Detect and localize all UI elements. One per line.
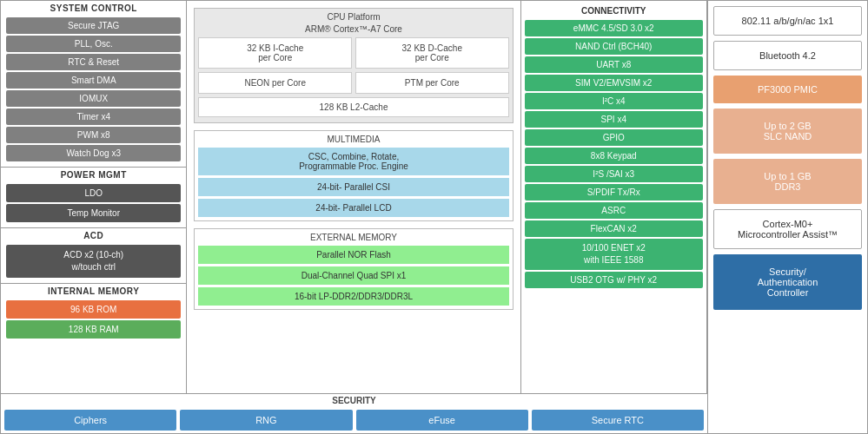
i2s-btn[interactable]: I²S /SAI x3	[525, 166, 703, 182]
nand-ctrl-btn[interactable]: NAND Ctrl (BCH40)	[525, 38, 703, 55]
secure-jtag-btn[interactable]: Secure JTAG	[6, 17, 181, 34]
connectivity-title: CONNECTIVITY	[525, 4, 703, 17]
cpu-platform-title: CPU Platform	[198, 12, 508, 22]
external-memory-section: EXTERNAL MEMORY Parallel NOR Flash Dual-…	[194, 228, 513, 310]
pll-osc-btn[interactable]: PLL, Osc.	[6, 36, 181, 52]
lpddr-btn[interactable]: 16-bit LP-DDR2/DDR3/DDR3L	[198, 287, 508, 306]
left-panel: SYSTEM CONTROL Secure JTAG PLL, Osc. RTC…	[1, 1, 187, 393]
security-buttons-row: Ciphers RNG eFuse Secure RTC	[1, 407, 707, 433]
rom-btn[interactable]: 96 KB ROM	[6, 300, 181, 319]
rtc-reset-btn[interactable]: RTC & Reset	[6, 54, 181, 70]
acd-title: ACD	[1, 228, 186, 243]
multimedia-proc-btn[interactable]: CSC, Combine, Rotate,Programmable Proc. …	[198, 148, 508, 175]
parallel-lcd-btn[interactable]: 24-bit- Parallel LCD	[198, 199, 508, 217]
slc-nand-btn[interactable]: Up to 2 GBSLC NAND	[713, 108, 862, 154]
temp-monitor-btn[interactable]: Temp Monitor	[6, 204, 181, 222]
security-title: SECURITY	[1, 394, 707, 407]
wifi-btn[interactable]: 802.11 a/b/g/n/ac 1x1	[713, 6, 862, 36]
l2cache-cell: 128 KB L2-Cache	[198, 97, 508, 117]
multimedia-section: MULTIMEDIA CSC, Combine, Rotate,Programm…	[194, 130, 513, 221]
gpio-btn[interactable]: GPIO	[525, 129, 703, 146]
system-control-section: SYSTEM CONTROL Secure JTAG PLL, Osc. RTC…	[1, 1, 186, 168]
usb-btn[interactable]: USB2 OTG w/ PHY x2	[525, 272, 703, 288]
watchdog-btn[interactable]: Watch Dog x3	[6, 145, 181, 161]
ram-btn[interactable]: 128 KB RAM	[6, 320, 181, 339]
external-memory-title: EXTERNAL MEMORY	[198, 233, 508, 242]
iomux-btn[interactable]: IOMUX	[6, 90, 181, 107]
system-control-title: SYSTEM CONTROL	[1, 1, 186, 16]
security-bar: SECURITY Ciphers RNG eFuse Secure RTC	[1, 393, 707, 433]
quad-spi-btn[interactable]: Dual-Channel Quad SPI x1	[198, 266, 508, 285]
internal-memory-title: INTERNAL MEMORY	[1, 284, 186, 299]
nor-flash-btn[interactable]: Parallel NOR Flash	[198, 246, 508, 264]
keypad-btn[interactable]: 8x8 Keypad	[525, 148, 703, 164]
connectivity-panel: CONNECTIVITY eMMC 4.5/SD 3.0 x2 NAND Ctr…	[521, 1, 707, 393]
acd-section: ACD ACD x2 (10-ch)w/touch ctrl	[1, 228, 186, 284]
ciphers-btn[interactable]: Ciphers	[4, 410, 176, 431]
bluetooth-btn[interactable]: Bluetooth 4.2	[713, 41, 862, 70]
efuse-btn[interactable]: eFuse	[356, 410, 528, 431]
power-mgmt-title: POWER MGMT	[1, 168, 186, 182]
timer-btn[interactable]: Timer x4	[6, 108, 181, 125]
acd-btn[interactable]: ACD x2 (10-ch)w/touch ctrl	[6, 245, 181, 278]
pwm-btn[interactable]: PWM x8	[6, 127, 181, 143]
ddr3-btn[interactable]: Up to 1 GBDDR3	[713, 159, 862, 204]
asrc-btn[interactable]: ASRC	[525, 202, 703, 219]
internal-memory-section: INTERNAL MEMORY 96 KB ROM 128 KB RAM	[1, 284, 186, 344]
rng-btn[interactable]: RNG	[180, 410, 352, 431]
multimedia-title: MULTIMEDIA	[198, 135, 508, 144]
security-auth-btn[interactable]: Security/AuthenticationController	[713, 254, 862, 310]
top-content: SYSTEM CONTROL Secure JTAG PLL, Osc. RTC…	[1, 1, 707, 393]
i2c-btn[interactable]: I²C x4	[525, 93, 703, 109]
cortex-m0-btn[interactable]: Cortex-M0+Microcontroller Assist™	[713, 209, 862, 249]
cpu-cache-row: 32 KB I-Cacheper Core 32 KB D-Cacheper C…	[198, 37, 508, 69]
sim-btn[interactable]: SIM V2/EMVSIM x2	[525, 75, 703, 91]
uart-btn[interactable]: UART x8	[525, 56, 703, 73]
cpu-core-label: ARM® Cortex™-A7 Core	[198, 24, 508, 34]
right-panel: 802.11 a/b/g/n/ac 1x1 Bluetooth 4.2 PF30…	[708, 1, 867, 433]
middle-panel: CPU Platform ARM® Cortex™-A7 Core 32 KB …	[187, 1, 520, 393]
parallel-csi-btn[interactable]: 24-bit- Parallel CSI	[198, 178, 508, 196]
emmc-btn[interactable]: eMMC 4.5/SD 3.0 x2	[525, 20, 703, 36]
smart-dma-btn[interactable]: Smart DMA	[6, 72, 181, 89]
cpu-section: CPU Platform ARM® Cortex™-A7 Core 32 KB …	[194, 8, 513, 123]
flexcan-btn[interactable]: FlexCAN x2	[525, 220, 703, 237]
ptm-cell: PTM per Core	[355, 72, 509, 94]
enet-btn[interactable]: 10/100 ENET x2with IEEE 1588	[525, 239, 703, 270]
pmic-btn[interactable]: PF3000 PMIC	[713, 76, 862, 103]
secure-rtc-btn[interactable]: Secure RTC	[532, 410, 704, 431]
main-container: SYSTEM CONTROL Secure JTAG PLL, Osc. RTC…	[0, 0, 868, 434]
cpu-neon-ptm-row: NEON per Core PTM per Core	[198, 72, 508, 94]
spi-btn[interactable]: SPI x4	[525, 111, 703, 128]
spdif-btn[interactable]: S/PDIF Tx/Rx	[525, 184, 703, 201]
icache-cell: 32 KB I-Cacheper Core	[198, 37, 352, 69]
neon-cell: NEON per Core	[198, 72, 352, 94]
dcache-cell: 32 KB D-Cacheper Core	[355, 37, 509, 69]
ldo-btn[interactable]: LDO	[6, 184, 181, 202]
outer-wrap: SYSTEM CONTROL Secure JTAG PLL, Osc. RTC…	[1, 1, 708, 433]
power-mgmt-section: POWER MGMT LDO Temp Monitor	[1, 168, 186, 228]
